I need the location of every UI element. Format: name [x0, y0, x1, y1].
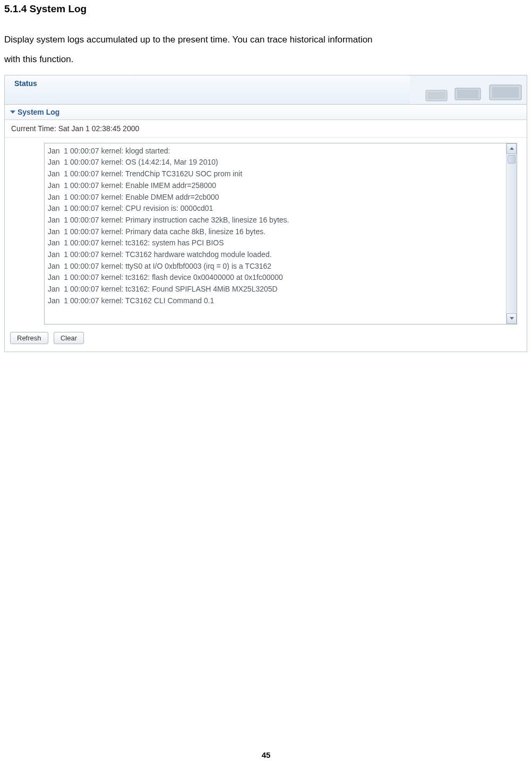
current-time: Current Time: Sat Jan 1 02:38:45 2000 — [5, 120, 527, 138]
intro-text: Display system logs accumulated up to th… — [4, 30, 528, 70]
intro-line1: Display system logs accumulated up to th… — [4, 35, 373, 45]
refresh-button[interactable]: Refresh — [10, 332, 48, 344]
screenshot-panel: Status System Log Current Time: Sat Jan … — [4, 75, 527, 352]
log-content: Jan 1 00:00:07 kernel: klogd started: Ja… — [45, 143, 517, 324]
section-heading: 5.1.4 System Log — [4, 3, 528, 15]
log-textarea[interactable]: Jan 1 00:00:07 kernel: klogd started: Ja… — [44, 143, 517, 324]
svg-rect-6 — [427, 92, 445, 99]
status-title: Status — [14, 79, 37, 88]
arrow-down-icon — [510, 317, 514, 320]
scrollbar[interactable] — [506, 143, 517, 324]
chevron-down-icon — [10, 110, 15, 114]
scroll-thumb[interactable] — [508, 155, 516, 164]
svg-rect-4 — [457, 90, 478, 98]
status-header: Status — [5, 75, 527, 105]
button-row: Refresh Clear — [5, 324, 527, 352]
scroll-up-button[interactable] — [507, 143, 517, 154]
scroll-down-button[interactable] — [507, 313, 517, 324]
panel-title: System Log — [18, 108, 59, 116]
clear-button[interactable]: Clear — [54, 332, 84, 344]
header-decorative-image — [410, 75, 527, 104]
panel-title-bar[interactable]: System Log — [5, 105, 527, 120]
scroll-track[interactable] — [507, 154, 517, 313]
intro-line2: with this function. — [4, 54, 73, 64]
log-area-wrap: Jan 1 00:00:07 kernel: klogd started: Ja… — [5, 138, 527, 324]
page-number: 45 — [0, 750, 532, 759]
arrow-up-icon — [510, 147, 514, 150]
svg-rect-2 — [492, 87, 519, 98]
